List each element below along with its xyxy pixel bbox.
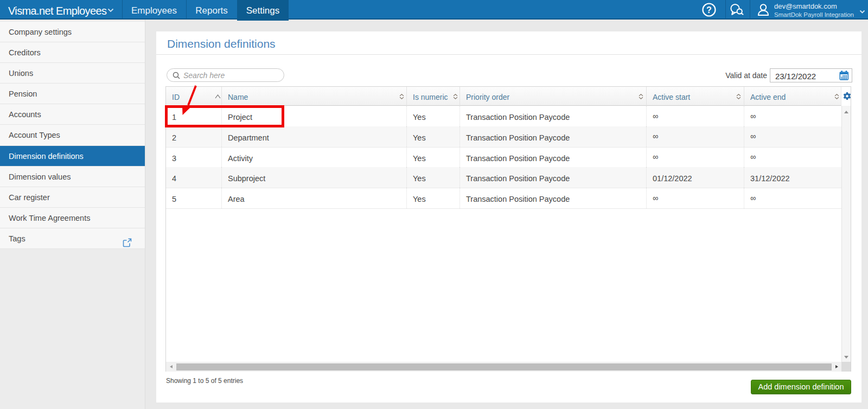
svg-text:?: ? — [706, 5, 712, 15]
